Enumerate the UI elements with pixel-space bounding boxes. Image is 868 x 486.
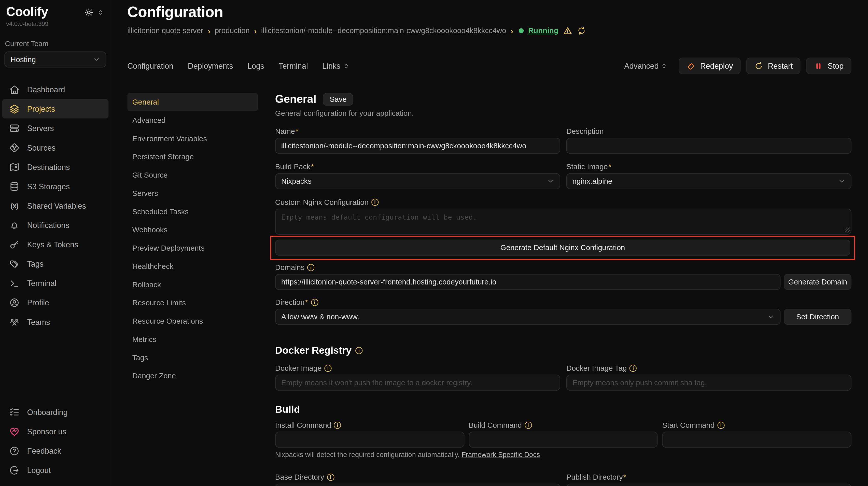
docker-image-tag-input[interactable]	[566, 375, 851, 391]
sidebar-item-logout[interactable]: Logout	[2, 460, 109, 480]
description-input[interactable]	[566, 138, 851, 154]
sidebar-item-label: Teams	[27, 317, 50, 326]
sidebar-item-label: Servers	[27, 124, 54, 133]
advanced-label: Advanced	[624, 61, 658, 70]
subnav-servers[interactable]: Servers	[127, 184, 258, 202]
subnav-advanced[interactable]: Advanced	[127, 111, 258, 130]
status-dot	[519, 28, 524, 33]
section-subtitle: General configuration for your applicati…	[275, 109, 851, 117]
direction-label: Direction	[275, 298, 308, 306]
restart-button[interactable]: Restart	[746, 58, 801, 74]
tab-deployments[interactable]: Deployments	[188, 61, 233, 70]
nginx-config-textarea[interactable]	[275, 209, 851, 235]
direction-select[interactable]: Allow www & non-www.	[275, 309, 781, 325]
sidebar-item-label: Onboarding	[27, 408, 68, 417]
sidebar-item-label: S3 Storages	[27, 182, 70, 191]
sidebar-item-notifications[interactable]: Notifications	[2, 215, 109, 235]
tab-links-label: Links	[322, 61, 340, 70]
stop-label: Stop	[828, 61, 844, 70]
subnav-resource-limits[interactable]: Resource Limits	[127, 294, 258, 312]
subnav-preview-deployments[interactable]: Preview Deployments	[127, 239, 258, 257]
subnav-general[interactable]: General	[127, 93, 258, 111]
refresh-icon[interactable]	[577, 26, 586, 35]
sidebar-item-destinations[interactable]: Destinations	[2, 157, 109, 176]
sidebar-nav: Dashboard Projects Servers Sources Desti…	[0, 79, 111, 331]
sidebar-item-servers[interactable]: Servers	[2, 118, 109, 138]
tab-links[interactable]: Links	[322, 61, 350, 70]
resize-handle[interactable]	[845, 227, 850, 233]
sidebar-item-label: Keys & Tokens	[27, 240, 79, 249]
generate-nginx-config-button[interactable]: Generate Default Nginx Configuration	[275, 240, 850, 256]
sidebar-item-label: Terminal	[27, 279, 57, 288]
tab-terminal[interactable]: Terminal	[279, 61, 308, 70]
stop-button[interactable]: Stop	[806, 58, 851, 74]
nginx-config-label: Custom Nginx Configuration	[275, 198, 369, 206]
home-icon	[9, 84, 20, 95]
sidebar-item-sponsor[interactable]: Sponsor us	[2, 422, 109, 441]
team-select[interactable]: Hosting	[4, 52, 106, 67]
breadcrumb-project[interactable]: illicitonion quote server	[127, 27, 204, 35]
sidebar-item-s3-storages[interactable]: S3 Storages	[2, 176, 109, 196]
docker-image-label: Docker Image	[275, 364, 322, 372]
sidebar-item-profile[interactable]: Profile	[2, 293, 109, 312]
docker-image-input[interactable]	[275, 375, 560, 391]
name-label: Name	[275, 127, 299, 136]
tab-configuration[interactable]: Configuration	[127, 61, 173, 70]
build-command-input[interactable]	[469, 431, 658, 448]
subnav-scheduled-tasks[interactable]: Scheduled Tasks	[127, 202, 258, 221]
domains-input[interactable]	[275, 274, 781, 290]
git-icon	[9, 142, 20, 153]
sidebar-item-projects[interactable]: Projects	[2, 99, 109, 118]
subnav-rollback[interactable]: Rollback	[127, 276, 258, 294]
framework-docs-link[interactable]: Framework Specific Docs	[462, 451, 540, 458]
redeploy-button[interactable]: Redeploy	[679, 58, 741, 74]
name-input[interactable]	[275, 138, 560, 154]
save-button[interactable]: Save	[323, 93, 353, 106]
base-directory-input[interactable]	[275, 484, 560, 486]
generate-domain-button[interactable]: Generate Domain	[784, 274, 851, 290]
sidebar-item-label: Feedback	[27, 446, 61, 455]
subnav-danger-zone[interactable]: Danger Zone	[127, 367, 258, 385]
chevron-down-icon	[838, 177, 845, 185]
build-pack-select[interactable]: Nixpacks	[275, 173, 560, 189]
subnav-metrics[interactable]: Metrics	[127, 330, 258, 349]
subnav-healthcheck[interactable]: Healthcheck	[127, 257, 258, 276]
warning-icon[interactable]	[563, 26, 572, 35]
subnav-persistent-storage[interactable]: Persistent Storage	[127, 148, 258, 166]
sidebar-item-terminal[interactable]: Terminal	[2, 273, 109, 293]
start-command-label: Start Command	[662, 421, 715, 429]
subnav-resource-operations[interactable]: Resource Operations	[127, 312, 258, 330]
breadcrumb-application[interactable]: illicitestonion/-module--decomposition:m…	[261, 27, 506, 35]
sidebar-item-tags[interactable]: Tags	[2, 254, 109, 273]
config-subnav: General Advanced Environment Variables P…	[127, 93, 258, 486]
subnav-git-source[interactable]: Git Source	[127, 166, 258, 184]
theme-selector-chevrons-icon[interactable]	[97, 9, 104, 16]
subnav-environment-variables[interactable]: Environment Variables	[127, 130, 258, 148]
sidebar-item-sources[interactable]: Sources	[2, 138, 109, 157]
sidebar-item-onboarding[interactable]: Onboarding	[2, 402, 109, 422]
publish-directory-input[interactable]	[566, 484, 851, 486]
main-content: Configuration illicitonion quote server …	[111, 0, 868, 486]
sidebar-item-feedback[interactable]: Feedback	[2, 441, 109, 460]
sidebar-item-keys-tokens[interactable]: Keys & Tokens	[2, 235, 109, 254]
subnav-webhooks[interactable]: Webhooks	[127, 221, 258, 239]
install-command-input[interactable]	[275, 431, 464, 448]
advanced-dropdown[interactable]: Advanced	[624, 61, 668, 70]
info-icon	[334, 422, 341, 429]
layers-icon	[9, 103, 20, 114]
subnav-tags[interactable]: Tags	[127, 349, 258, 367]
sidebar-item-dashboard[interactable]: Dashboard	[2, 79, 109, 99]
breadcrumb-environment[interactable]: production	[215, 27, 250, 35]
sidebar-item-shared-variables[interactable]: (x) Shared Variables	[2, 196, 109, 215]
theme-toggle-sun-icon[interactable]	[84, 8, 94, 17]
current-team-label: Current Team	[0, 27, 111, 47]
start-command-input[interactable]	[662, 431, 851, 448]
key-icon	[9, 239, 20, 250]
sidebar-item-label: Notifications	[27, 221, 69, 229]
tab-logs[interactable]: Logs	[247, 61, 264, 70]
static-image-select[interactable]: nginx:alpine	[566, 173, 851, 189]
sidebar-item-label: Shared Variables	[27, 201, 86, 210]
sidebar-item-teams[interactable]: Teams	[2, 312, 109, 331]
set-direction-button[interactable]: Set Direction	[784, 309, 851, 325]
status-running-link[interactable]: Running	[528, 27, 558, 35]
